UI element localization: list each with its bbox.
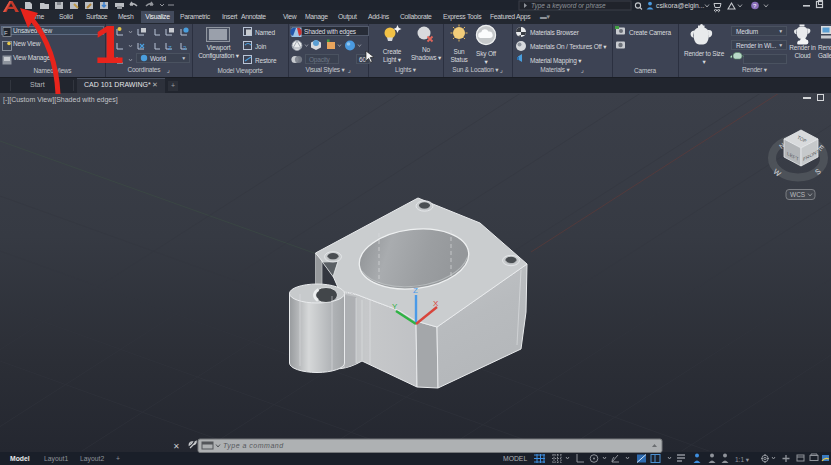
svg-text:1: 1: [94, 14, 124, 74]
